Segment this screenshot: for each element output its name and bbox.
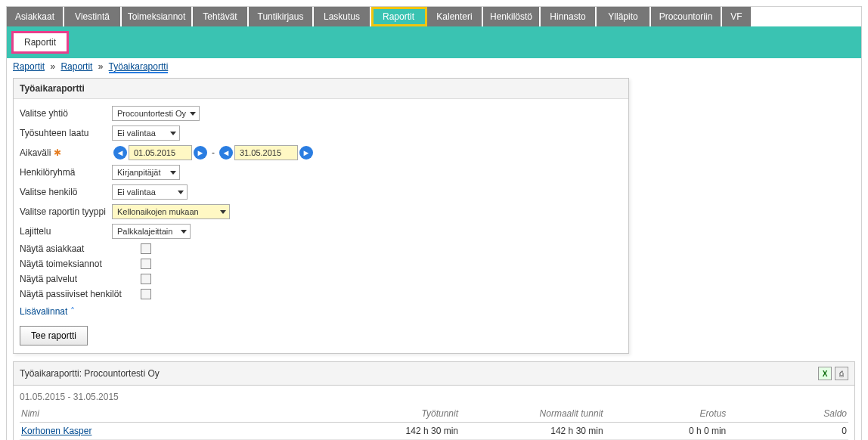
person-link[interactable]: Korhonen Kasper	[21, 426, 91, 436]
label-sort: Lajittelu	[20, 226, 112, 237]
required-star: ✱	[51, 147, 61, 158]
select-emptype[interactable]: Ei valintaa	[112, 125, 180, 141]
run-report-button[interactable]: Tee raportti	[20, 326, 88, 345]
print-icon[interactable]: ⎙	[835, 367, 848, 380]
label-person: Valitse henkilö	[20, 187, 112, 197]
date-next-to-icon[interactable]: ►	[299, 146, 313, 160]
col-name: Nimi	[20, 405, 334, 423]
label-company: Valitse yhtiö	[20, 108, 112, 119]
chevron-up-icon: ˄	[67, 306, 75, 317]
nav-tab-ylläpito[interactable]: Ylläpito	[597, 7, 651, 26]
breadcrumb: Raportit » Raportit » Työaikaraportti	[7, 58, 861, 75]
breadcrumb-link-2[interactable]: Työaikaraportti	[109, 61, 169, 73]
more-options-toggle[interactable]: Lisävalinnat˄	[20, 302, 622, 321]
nav-tab-viestintä[interactable]: Viestintä	[64, 7, 122, 26]
breadcrumb-sep: »	[47, 61, 58, 72]
report-title-bar: Työaikaraportti: Procountortesti Oy X ⎙	[13, 361, 855, 385]
col-saldo: Saldo	[727, 405, 848, 423]
nav-tab-asiakkaat[interactable]: Asiakkaat	[7, 7, 64, 26]
label-rtype: Valitse raportin tyyppi	[20, 206, 112, 217]
date-prev-from-icon[interactable]: ◄	[113, 146, 127, 160]
report-body: 01.05.2015 - 31.05.2015 Nimi Työtunnit N…	[13, 385, 855, 440]
nav-tab-toimeksiannot[interactable]: Toimeksiannot	[122, 7, 193, 26]
label-range: Aikaväli✱	[20, 147, 112, 158]
nav-tab-vf[interactable]: VF	[722, 7, 752, 26]
nav-tab-procountoriin[interactable]: Procountoriin	[651, 7, 722, 26]
report-date-range: 01.05.2015 - 31.05.2015	[20, 392, 848, 405]
col-diff: Erotus	[605, 405, 728, 423]
date-next-from-icon[interactable]: ►	[194, 146, 207, 160]
cell-diff: 0 h 0 min	[605, 423, 728, 440]
table-row: Korhonen Kasper142 h 30 min142 h 30 min0…	[20, 423, 848, 440]
label-show-customers: Näytä asiakkaat	[20, 243, 141, 254]
col-work: Työtunnit	[334, 405, 460, 423]
nav-tab-tehtävät[interactable]: Tehtävät	[193, 7, 249, 26]
nav-tab-henkilöstö[interactable]: Henkilöstö	[483, 7, 541, 26]
select-report-type[interactable]: Kellonaikojen mukaan	[112, 204, 230, 219]
date-dash: -	[209, 147, 218, 158]
filter-panel: Työaikaraportti Valitse yhtiö Procountor…	[13, 78, 629, 354]
label-group: Henkilöryhmä	[20, 167, 112, 178]
label-show-services: Näytä palvelut	[20, 274, 141, 284]
date-to-input[interactable]: 31.05.2015	[234, 145, 298, 160]
nav-tab-tuntikirjaus[interactable]: Tuntikirjaus	[249, 7, 314, 26]
checkbox-show-passive[interactable]	[141, 289, 151, 299]
subnav-bar: Raportit	[7, 26, 861, 58]
breadcrumb-link-0[interactable]: Raportit	[13, 61, 45, 72]
col-normal: Normaalit tunnit	[460, 405, 605, 423]
subnav-raportit[interactable]: Raportit	[11, 31, 69, 54]
breadcrumb-link-1[interactable]: Raportit	[60, 61, 92, 72]
nav-tab-hinnasto[interactable]: Hinnasto	[541, 7, 597, 26]
nav-tab-laskutus[interactable]: Laskutus	[314, 7, 371, 26]
nav-tab-kalenteri[interactable]: Kalenteri	[427, 7, 483, 26]
label-show-passive: Näytä passiiviset henkilöt	[20, 289, 141, 299]
cell-saldo: 0	[727, 423, 848, 440]
select-group[interactable]: Kirjanpitäjät	[112, 165, 180, 180]
date-prev-to-icon[interactable]: ◄	[219, 146, 233, 160]
checkbox-show-services[interactable]	[141, 274, 151, 284]
select-person[interactable]: Ei valintaa	[112, 184, 188, 200]
label-show-assignments: Näytä toimeksiannot	[20, 259, 141, 269]
report-title: Työaikaraportti: Procountortesti Oy	[20, 368, 160, 379]
cell-normal: 142 h 30 min	[460, 423, 605, 440]
date-from-input[interactable]: 01.05.2015	[129, 145, 192, 160]
breadcrumb-sep: »	[95, 61, 107, 72]
cell-work: 142 h 30 min	[334, 423, 460, 440]
nav-tab-raportit[interactable]: Raportit	[371, 7, 427, 26]
panel-title: Työaikaraportti	[14, 79, 628, 99]
checkbox-show-customers[interactable]	[141, 243, 151, 254]
excel-export-icon[interactable]: X	[818, 367, 832, 380]
select-sort[interactable]: Palkkalajeittain	[112, 224, 191, 239]
checkbox-show-assignments[interactable]	[141, 259, 151, 269]
label-emptype: Työsuhteen laatu	[20, 128, 112, 138]
select-company[interactable]: Procountortesti Oy	[112, 106, 200, 121]
